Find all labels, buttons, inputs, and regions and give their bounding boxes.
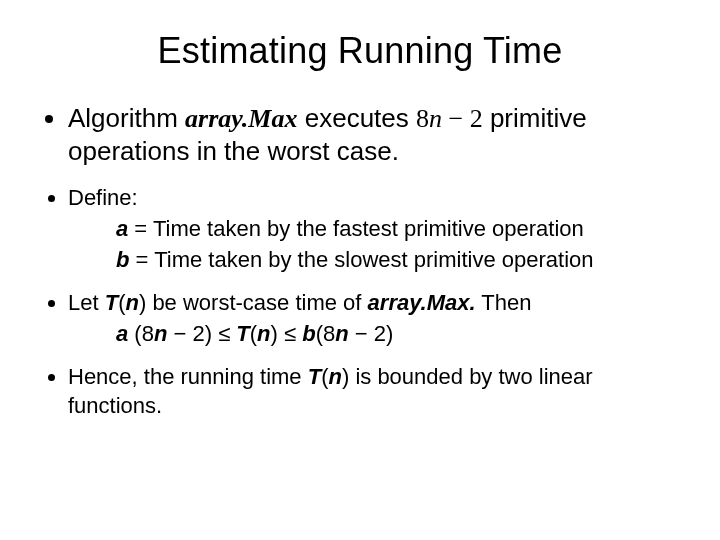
b1-n: n <box>429 104 442 133</box>
bullet-1: Algorithm array.Max executes 8n − 2 prim… <box>68 102 680 169</box>
ineq-n3: n <box>335 321 348 346</box>
b2-b-label: b <box>116 247 129 272</box>
bullet-list: Algorithm array.Max executes 8n − 2 prim… <box>40 102 680 420</box>
b3-post: Then <box>476 290 532 315</box>
b2-a-text: = Time taken by the fastest primitive op… <box>128 216 584 241</box>
b3-pre: Let <box>68 290 105 315</box>
b1-alg: array.Max <box>185 104 297 133</box>
ineq-T1: T <box>236 321 249 346</box>
bullet-2: Define: a = Time taken by the fastest pr… <box>68 183 680 274</box>
ineq-end: − 2) <box>349 321 394 346</box>
ineq-n2: n <box>257 321 270 346</box>
b3-mid1: ) be worst-case time of <box>139 290 368 315</box>
b1-expr: 8n − 2 <box>416 104 483 133</box>
b2-b-text: = Time taken by the slowest primitive op… <box>129 247 593 272</box>
ineq-m1: (8 <box>128 321 154 346</box>
b3-inequality: a (8n − 2) ≤ T(n) ≤ b(8n − 2) <box>68 319 680 348</box>
bullet-4: Hence, the running time T(n) is bounded … <box>68 362 680 420</box>
b3-n: n <box>125 290 138 315</box>
b1-mid: executes <box>297 103 416 133</box>
ineq-b: b <box>302 321 315 346</box>
slide: Estimating Running Time Algorithm array.… <box>0 0 720 540</box>
bullet-3: Let T(n) be worst-case time of array.Max… <box>68 288 680 348</box>
b1-pre: Algorithm <box>68 103 185 133</box>
b3-T: T <box>105 290 118 315</box>
b2-line-a: a = Time taken by the fastest primitive … <box>68 214 680 243</box>
slide-title: Estimating Running Time <box>40 30 680 72</box>
ineq-m3: ) ≤ <box>271 321 303 346</box>
b2-line-b: b = Time taken by the slowest primitive … <box>68 245 680 274</box>
ineq-m4: (8 <box>316 321 336 346</box>
ineq-n1: n <box>154 321 167 346</box>
b2-define: Define: <box>68 185 138 210</box>
b4-T: T <box>308 364 321 389</box>
ineq-po: ( <box>250 321 257 346</box>
b3-alg: array.Max. <box>368 290 476 315</box>
b4-pre: Hence, the running time <box>68 364 308 389</box>
ineq-m2: − 2) ≤ <box>167 321 236 346</box>
b4-n: n <box>328 364 341 389</box>
b2-a-label: a <box>116 216 128 241</box>
ineq-a: a <box>116 321 128 346</box>
